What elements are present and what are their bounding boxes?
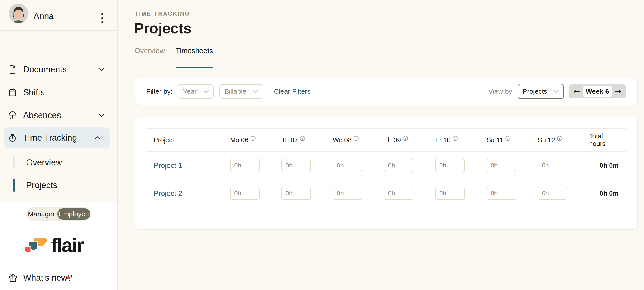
sidebar-item-label: Absences <box>23 110 61 120</box>
notification-dot <box>67 276 70 279</box>
timesheet-card: Project Mo 06! Tu 07! We 08! Th 09! Fr 1 <box>134 117 638 230</box>
hours-input[interactable] <box>230 187 260 200</box>
subitem-label: Overview <box>26 158 62 168</box>
column-header-day: We 08! <box>333 136 384 144</box>
sidebar-subitem-overview[interactable]: Overview <box>0 155 118 170</box>
hours-input[interactable] <box>230 159 260 172</box>
info-icon[interactable]: ! <box>250 136 256 141</box>
subitem-indicator <box>14 156 15 169</box>
role-toggle: Manager Employee <box>26 208 91 220</box>
chevron-down-icon <box>203 90 209 93</box>
active-tab-underline <box>176 67 213 68</box>
billable-filter-select[interactable]: Billable <box>220 84 264 99</box>
subitem-label: Projects <box>26 180 57 190</box>
previous-week-button[interactable]: ← <box>572 84 581 98</box>
filter-by-label: Filter by: <box>146 88 172 95</box>
flair-logo: flair <box>23 238 84 252</box>
page-title: Projects <box>134 20 192 37</box>
table-header-row: Project Mo 06! Tu 07! We 08! Th 09! Fr 1 <box>146 128 626 152</box>
chevron-down-icon <box>98 113 104 117</box>
breadcrumb-eyebrow: TIME TRACKING <box>135 10 190 17</box>
column-header-day: Sa 11! <box>486 136 538 144</box>
hours-input[interactable] <box>538 187 567 200</box>
chevron-down-icon <box>253 90 258 93</box>
hours-input[interactable] <box>282 159 311 172</box>
project-link[interactable]: Project 2 <box>146 189 230 198</box>
subitem-active-indicator <box>14 178 15 192</box>
sidebar-item-documents[interactable]: Documents <box>0 62 118 77</box>
hours-input[interactable] <box>282 187 311 200</box>
view-by-value: Projects <box>522 88 547 95</box>
column-header-total: Total hours <box>589 132 626 148</box>
project-link[interactable]: Project 1 <box>146 161 230 170</box>
next-week-button[interactable]: → <box>614 84 623 98</box>
hours-input[interactable] <box>486 159 516 172</box>
umbrella-icon <box>8 111 16 119</box>
hours-input[interactable] <box>384 187 414 200</box>
tab-timesheets[interactable]: Timesheets <box>176 46 213 68</box>
filter-bar: Filter by: Year Billable Clear Filters V… <box>134 78 638 105</box>
hours-input[interactable] <box>486 187 516 200</box>
column-header-day: Th 09! <box>384 136 435 144</box>
role-toggle-employee[interactable]: Employee <box>58 208 90 220</box>
hours-input[interactable] <box>333 187 362 200</box>
table-row: Project 2 0h 0m <box>146 180 626 207</box>
row-total-hours: 0h 0m <box>600 190 626 197</box>
calendar-icon <box>8 88 16 96</box>
column-header-day: Fr 10! <box>435 136 486 144</box>
table-row: Project 1 0h 0m <box>146 152 626 180</box>
timesheet-table: Project Mo 06! Tu 07! We 08! Th 09! Fr 1 <box>146 128 626 207</box>
sidebar-item-time-tracking[interactable]: Time Tracking <box>4 127 110 148</box>
week-navigator: ← Week 6 → <box>569 84 626 98</box>
app-root: Anna Documents <box>0 0 644 290</box>
info-icon[interactable]: ! <box>403 136 408 141</box>
hours-input[interactable] <box>384 159 414 172</box>
info-icon[interactable]: ! <box>453 136 458 141</box>
document-icon <box>8 65 16 74</box>
hours-input[interactable] <box>333 159 362 172</box>
gift-icon <box>9 274 17 282</box>
tab-overview[interactable]: Overview <box>134 46 165 68</box>
sidebar-item-absences[interactable]: Absences <box>0 108 118 123</box>
whats-new-label: What's new? <box>23 273 72 283</box>
main-content: TIME TRACKING Projects Overview Timeshee… <box>118 0 644 290</box>
sidebar-subitem-projects[interactable]: Projects <box>0 178 118 193</box>
row-total-hours: 0h 0m <box>600 162 626 169</box>
column-header-project: Project <box>146 136 230 144</box>
whats-new-link[interactable]: What's new? <box>0 270 117 286</box>
column-header-day: Tu 07! <box>282 136 333 144</box>
info-icon[interactable]: ! <box>354 136 358 141</box>
info-icon[interactable]: ! <box>557 136 562 141</box>
info-icon[interactable]: ! <box>505 136 510 141</box>
clear-filters-link[interactable]: Clear Filters <box>274 88 311 95</box>
view-by-select[interactable]: Projects <box>518 84 564 99</box>
column-header-day: Su 12! <box>538 136 589 144</box>
chevron-up-icon <box>94 136 101 140</box>
flair-logo-text: flair <box>51 238 84 252</box>
tab-bar: Overview Timesheets <box>134 46 213 68</box>
current-week-label: Week 6 <box>583 86 612 97</box>
tab-timesheets-label: Timesheets <box>176 46 213 55</box>
year-filter-value: Year <box>183 88 197 95</box>
role-toggle-manager[interactable]: Manager <box>26 210 56 218</box>
kebab-menu-icon[interactable] <box>102 13 103 26</box>
year-filter-select[interactable]: Year <box>178 84 214 99</box>
info-icon[interactable]: ! <box>300 136 305 141</box>
column-header-day: Mo 06! <box>230 136 282 144</box>
avatar[interactable] <box>8 4 28 23</box>
hours-input[interactable] <box>435 159 465 172</box>
sidebar-item-label: Documents <box>23 65 67 74</box>
chevron-down-icon <box>554 90 559 93</box>
view-by-label: View by <box>488 88 512 95</box>
user-name: Anna <box>34 11 54 21</box>
hours-input[interactable] <box>435 187 465 200</box>
billable-filter-value: Billable <box>224 88 246 95</box>
profile-section: Anna <box>0 0 117 31</box>
flair-logo-mark <box>23 238 47 252</box>
sidebar-item-label: Shifts <box>23 88 45 97</box>
hours-input[interactable] <box>538 159 567 172</box>
sidebar-item-shifts[interactable]: Shifts <box>0 85 118 100</box>
avatar-image <box>8 4 28 23</box>
sidebar: Anna Documents <box>0 0 118 290</box>
sidebar-item-label: Time Tracking <box>23 133 77 143</box>
